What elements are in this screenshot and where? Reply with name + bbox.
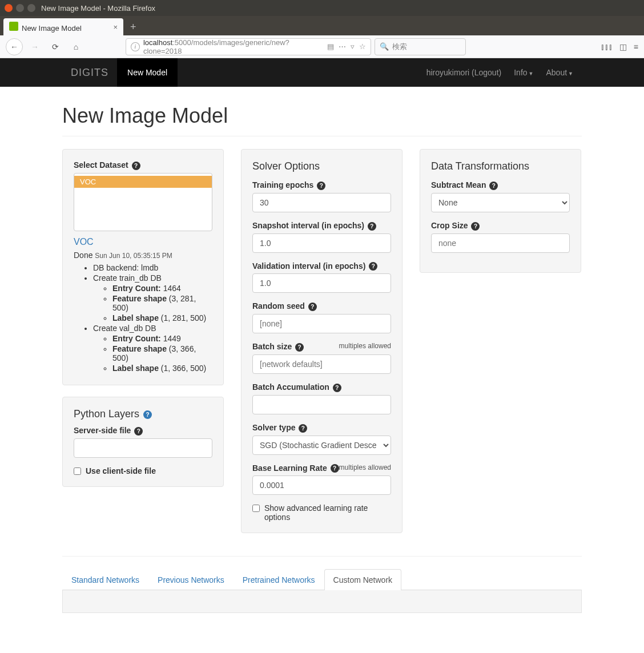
advanced-lr-checkbox[interactable] bbox=[252, 505, 260, 512]
nav-info[interactable]: Info▼ bbox=[514, 68, 533, 77]
tab-custom-network[interactable]: Custom Network bbox=[324, 569, 401, 590]
batch-size-input[interactable] bbox=[252, 354, 391, 374]
validation-interval-label: Validation interval (in epochs) ? bbox=[252, 261, 391, 271]
chevron-down-icon: ▼ bbox=[529, 71, 534, 76]
help-icon[interactable]: ? bbox=[132, 162, 140, 170]
use-client-side-checkbox[interactable] bbox=[74, 467, 81, 475]
list-item: Feature shape (3, 366, 500) bbox=[112, 344, 212, 362]
brand[interactable]: DIGITS bbox=[62, 67, 117, 79]
tab-content bbox=[62, 590, 582, 613]
help-icon[interactable]: ? bbox=[317, 182, 325, 190]
chevron-down-icon: ▼ bbox=[568, 71, 573, 76]
sidebar-icon[interactable]: ◫ bbox=[619, 42, 627, 51]
bookmark-icon[interactable]: ☆ bbox=[359, 42, 366, 51]
solver-panel: Solver Options Training epochs ? Snapsho… bbox=[241, 149, 402, 533]
list-item: Feature shape (3, 281, 500) bbox=[112, 294, 212, 312]
dataset-selected-link[interactable]: VOC bbox=[74, 237, 94, 247]
url-bar[interactable]: i localhost:5000/models/images/generic/n… bbox=[126, 38, 371, 55]
reader-mode-icon[interactable]: ▤ bbox=[327, 42, 334, 51]
solver-type-label: Solver type ? bbox=[252, 423, 391, 433]
forward-button[interactable]: → bbox=[26, 38, 43, 55]
help-icon[interactable]: ? bbox=[369, 262, 377, 271]
solver-title: Solver Options bbox=[252, 160, 391, 172]
server-side-file-input[interactable] bbox=[74, 438, 212, 458]
python-layers-panel: Python Layers ? Server-side file ? Use c… bbox=[62, 397, 224, 487]
batch-accumulation-input[interactable] bbox=[252, 395, 391, 414]
browser-tab[interactable]: New Image Model × bbox=[3, 18, 123, 35]
help-icon[interactable]: ? bbox=[331, 464, 339, 473]
nav-item-new-model[interactable]: New Model bbox=[117, 58, 178, 87]
multiples-hint: multiples allowed bbox=[339, 463, 391, 471]
search-placeholder: 検索 bbox=[392, 42, 407, 52]
python-layers-title: Python Layers ? bbox=[74, 408, 212, 420]
window-minimize-button[interactable] bbox=[16, 4, 24, 12]
list-item: Label shape (1, 366, 500) bbox=[112, 364, 212, 373]
learning-rate-label: Base Learning Rate ?multiples allowed bbox=[252, 463, 391, 473]
random-seed-label: Random seed ? bbox=[252, 301, 391, 311]
transforms-title: Data Transformations bbox=[431, 160, 570, 172]
help-icon[interactable]: ? bbox=[368, 222, 376, 231]
list-item: DB backend: lmdb bbox=[93, 263, 212, 272]
list-item: Create val_db DB bbox=[93, 324, 212, 333]
list-item: Entry Count: 1464 bbox=[112, 284, 212, 293]
search-bar[interactable]: 🔍 検索 bbox=[375, 38, 466, 55]
snapshot-interval-label: Snapshot interval (in epochs) ? bbox=[252, 221, 391, 231]
advanced-lr-label: Show advanced learning rate options bbox=[264, 503, 391, 522]
help-icon[interactable]: ? bbox=[134, 427, 143, 436]
home-button[interactable]: ⌂ bbox=[67, 38, 84, 55]
reload-button[interactable]: ⟳ bbox=[47, 38, 64, 55]
training-epochs-label: Training epochs ? bbox=[252, 180, 391, 190]
dataset-status: Done Sun Jun 10, 05:35:15 PM bbox=[74, 251, 212, 260]
tab-previous-networks[interactable]: Previous Networks bbox=[148, 569, 234, 590]
list-item: Entry Count: 1449 bbox=[112, 334, 212, 343]
window-close-button[interactable] bbox=[5, 4, 13, 12]
help-icon[interactable]: ? bbox=[308, 303, 317, 311]
browser-tab-title: New Image Model bbox=[22, 24, 82, 33]
validation-interval-input[interactable] bbox=[252, 273, 391, 293]
menu-icon[interactable]: ≡ bbox=[634, 42, 638, 51]
list-item: Create train_db DB bbox=[93, 273, 212, 283]
transforms-panel: Data Transformations Subtract Mean ? Non… bbox=[420, 149, 581, 273]
snapshot-interval-input[interactable] bbox=[252, 233, 391, 253]
help-icon[interactable]: ? bbox=[471, 222, 480, 231]
network-tabs: Standard Networks Previous Networks Pret… bbox=[62, 569, 582, 590]
app-navbar: DIGITS New Model hiroyukimori (Logout) I… bbox=[0, 58, 644, 87]
crop-size-label: Crop Size ? bbox=[431, 221, 570, 231]
page-actions-icon[interactable]: ⋯ bbox=[339, 42, 346, 51]
help-icon[interactable]: ? bbox=[143, 410, 152, 419]
dataset-item-voc[interactable]: VOC bbox=[74, 176, 212, 188]
random-seed-input[interactable] bbox=[252, 314, 391, 333]
help-icon[interactable]: ? bbox=[295, 343, 304, 352]
help-icon[interactable]: ? bbox=[489, 182, 498, 190]
back-button[interactable]: ← bbox=[6, 38, 23, 55]
browser-nav-bar: ← → ⟳ ⌂ i localhost:5000/models/images/g… bbox=[0, 35, 644, 58]
tab-close-icon[interactable]: × bbox=[113, 23, 118, 31]
select-dataset-label: Select Dataset ? bbox=[74, 160, 212, 170]
browser-tab-strip: New Image Model × + bbox=[0, 16, 644, 35]
batch-size-label: Batch size ?multiples allowed bbox=[252, 342, 391, 352]
search-icon: 🔍 bbox=[380, 42, 389, 51]
server-side-file-label: Server-side file ? bbox=[74, 426, 212, 436]
new-tab-button[interactable]: + bbox=[130, 21, 136, 35]
page-title: New Image Model bbox=[62, 104, 582, 128]
nav-user-logout[interactable]: hiroyukimori (Logout) bbox=[426, 68, 502, 77]
library-icon[interactable]: ⫿⫿⫿ bbox=[601, 42, 613, 51]
subtract-mean-label: Subtract Mean ? bbox=[431, 180, 570, 190]
help-icon[interactable]: ? bbox=[299, 424, 307, 433]
info-icon[interactable]: i bbox=[131, 42, 140, 51]
tab-pretrained-networks[interactable]: Pretrained Networks bbox=[234, 569, 324, 590]
dataset-listbox[interactable]: VOC bbox=[74, 173, 212, 231]
solver-type-select[interactable]: SGD (Stochastic Gradient Descent) bbox=[252, 436, 391, 455]
crop-size-input[interactable] bbox=[431, 233, 570, 253]
nav-about[interactable]: About▼ bbox=[546, 68, 573, 77]
subtract-mean-select[interactable]: None bbox=[431, 193, 570, 212]
batch-accumulation-label: Batch Accumulation ? bbox=[252, 382, 391, 392]
use-client-side-label: Use client-side file bbox=[86, 466, 156, 475]
help-icon[interactable]: ? bbox=[333, 384, 341, 392]
training-epochs-input[interactable] bbox=[252, 193, 391, 212]
learning-rate-input[interactable] bbox=[252, 475, 391, 495]
pocket-icon[interactable]: ▿ bbox=[351, 42, 355, 51]
window-maximize-button[interactable] bbox=[27, 4, 35, 12]
tab-standard-networks[interactable]: Standard Networks bbox=[62, 569, 148, 590]
favicon bbox=[9, 22, 18, 31]
